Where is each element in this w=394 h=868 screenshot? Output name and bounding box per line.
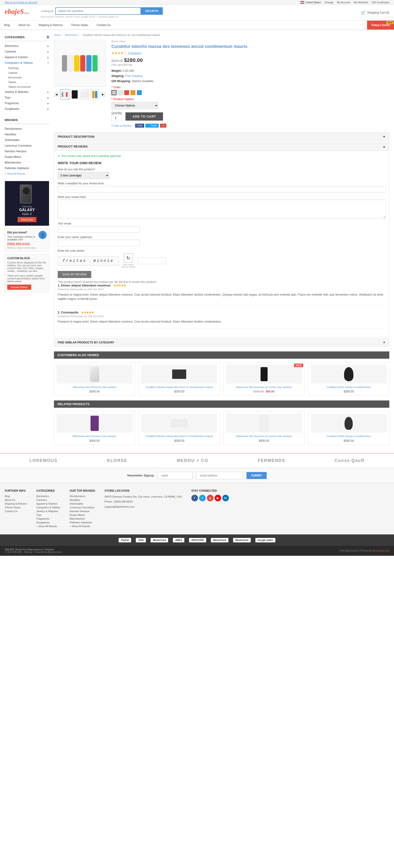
newsletter-submit-button[interactable]: SUBMIT [247, 472, 267, 479]
rating-select[interactable]: 3 stars (average) [58, 172, 109, 179]
footer-brand-5[interactable]: Namdos Hempus [70, 510, 95, 513]
brand-logo-2[interactable]: KLORSE [107, 458, 127, 463]
captcha-refresh-icon[interactable]: ↻ [124, 253, 133, 263]
sidebar-item-electronics[interactable]: Electronics ▶ [5, 43, 49, 49]
todays-deals-btn[interactable]: NEW Today's Deals [367, 21, 394, 30]
brand-namdos[interactable]: Namdos Hempus [5, 149, 49, 154]
facebook-share-button[interactable]: f Like [135, 124, 144, 128]
googleplus-icon[interactable]: g [207, 495, 214, 501]
quantity-input[interactable] [111, 115, 123, 121]
facebook-icon[interactable]: f [191, 495, 198, 501]
color-swatch-blue[interactable] [137, 90, 142, 95]
shop-now-button[interactable]: Shop Now [18, 217, 37, 222]
footer-cat-cameras[interactable]: Cameras [36, 498, 60, 501]
color-swatch-white[interactable] [118, 90, 123, 95]
themesvale-link[interactable]: themesvale.com [372, 550, 389, 552]
cart-area[interactable]: 🛒 Shopping Cart (0) [361, 10, 389, 15]
sidebar-item-toys[interactable]: Toys ▶ [5, 95, 49, 100]
footer-cat-fragrances[interactable]: Fragrances [36, 517, 60, 520]
brand-loremous[interactable]: Loremous Comodous [5, 143, 49, 149]
sidebar-subitem-accessories[interactable]: Accessories [5, 75, 49, 80]
reviews-header[interactable]: PRODUCT REVIEWS ▲ [54, 143, 389, 151]
thumb-2[interactable] [70, 89, 79, 100]
my-wishlists-link[interactable]: My Wishlists [354, 1, 368, 4]
twitter-share-button[interactable]: 🐦 Tweet [145, 124, 159, 128]
gift-cert-link[interactable]: Gift Certificates [372, 1, 389, 4]
logo[interactable]: ebajeSshop [5, 7, 29, 18]
twitter-icon[interactable]: t [199, 495, 206, 501]
review-textarea[interactable] [58, 199, 386, 218]
phone-number[interactable]: (555) 555-0123 [7, 242, 37, 246]
headline-input[interactable] [58, 186, 386, 193]
newsletter-name-input[interactable] [157, 472, 193, 479]
also-viewed-card-1[interactable]: Maecenas des loremous man aceleris $300.… [54, 362, 135, 396]
footer-brand-2[interactable]: Nectellus [70, 498, 95, 501]
sidebar-subitem-laptops[interactable]: Laptops [5, 70, 49, 75]
email-input[interactable] [58, 226, 140, 233]
footer-brand-7[interactable]: Bibendumtos [70, 517, 95, 520]
nav-blog[interactable]: Blog [0, 21, 14, 30]
also-viewed-card-3[interactable]: SALE Maecenas des loremous an cosmo man … [224, 362, 305, 396]
signin-link[interactable]: Sign in or Create an account [5, 1, 37, 4]
linkedin-icon[interactable]: in [222, 495, 229, 501]
breadcrumb-electronics[interactable]: Electronics [65, 34, 78, 36]
footer-brand-1[interactable]: Dincidunteros [70, 495, 95, 498]
shop-all-brands-link[interactable]: + Shop All Brands [5, 171, 49, 176]
footer-link-contact[interactable]: Contact Us [5, 510, 27, 513]
sidebar-subitem-tablets-acc[interactable]: Tablets Accessories [5, 85, 49, 89]
captcha-input[interactable] [138, 257, 166, 264]
name-input[interactable] [58, 240, 140, 246]
sidebar-item-fragrances[interactable]: Fragrances ▶ [5, 100, 49, 106]
footer-link-theme[interactable]: Theme Styles [5, 506, 27, 509]
thumb-3[interactable] [80, 89, 89, 100]
add-to-cart-button[interactable]: ADD TO CART [126, 112, 163, 121]
footer-cat-apparel[interactable]: Apparel & Fashion [36, 502, 60, 505]
thumb-4[interactable] [90, 89, 99, 100]
footer-cat-computers[interactable]: Computers & Tablets [36, 506, 60, 509]
related-card-2[interactable]: Curabitur lobortis massa des lorem in co… [139, 411, 220, 445]
shipping-link[interactable]: Free Shipping [125, 74, 143, 78]
nav-about[interactable]: About Us [14, 21, 34, 30]
brand-logo-5[interactable]: Conse.QauR [335, 458, 365, 463]
brand-bibendumtos[interactable]: Bibendumtos [5, 160, 49, 165]
footer-brand-4[interactable]: Loremous Comodous [70, 506, 95, 509]
sidebar-item-computers[interactable]: Computers & Tablets ▼ [5, 60, 49, 66]
next-thumb-button[interactable]: ▶ [100, 92, 105, 97]
nav-contact[interactable]: Contact Us [92, 21, 115, 30]
sidebar-item-apparel[interactable]: Apparel & Fashion ▶ [5, 55, 49, 60]
footer-cat-shop-all[interactable]: + Shop All Brands [36, 525, 60, 528]
color-swatch-yellow[interactable] [130, 90, 136, 95]
brand-logo-1[interactable]: LOREMOUS [29, 458, 58, 463]
googleplus-share-button[interactable]: +1 [160, 124, 166, 128]
footer-brand-6[interactable]: Durpis Metus [70, 514, 95, 516]
product-option-select[interactable]: Choose Options [111, 102, 158, 109]
footer-cat-sunglasses[interactable]: Sunglasses [36, 521, 60, 524]
brand-nectellus[interactable]: Nectellus [5, 132, 49, 137]
hamburger-icon[interactable]: ☰ [46, 35, 49, 39]
brand-dincidunteros[interactable]: Dincidunteros [5, 126, 49, 132]
sidebar-subitem-tablets[interactable]: Tablets [5, 80, 49, 85]
brand-pellentes[interactable]: Pellentes Habitanto [5, 165, 49, 171]
save-review-button[interactable]: SAVE MY REVIEW [58, 271, 91, 278]
main-product-image[interactable] [54, 40, 105, 87]
sidebar-item-sunglasses[interactable]: Sunglasses ▶ [5, 106, 49, 112]
search-input[interactable] [55, 7, 141, 15]
add-to-wishlist-button[interactable]: ☑ Add to Wishlist [111, 124, 132, 127]
brand-durpis[interactable]: Durpis Metus [5, 154, 49, 160]
sidebar-subitem-desktops[interactable]: Desktops [5, 66, 49, 70]
youtube-icon[interactable]: ▶ [215, 495, 221, 501]
also-viewed-card-2[interactable]: Curabitur lobortis massa des lorem in co… [139, 362, 220, 396]
nav-shipping[interactable]: Shipping & Returns [34, 21, 67, 30]
footer-cat-electronics[interactable]: Electronics [36, 495, 60, 498]
related-card-3[interactable]: Maecenas des loremous an cosmo man acele… [224, 411, 305, 445]
color-swatch-gray[interactable] [111, 90, 117, 95]
sidebar-item-cameras[interactable]: Cameras ▶ [5, 49, 49, 55]
footer-brand-8[interactable]: Pellentes Habitanto [70, 521, 95, 524]
footer-cat-toys[interactable]: Toys [36, 514, 60, 516]
sample-button[interactable]: Sample Button [7, 285, 31, 290]
thumb-1[interactable] [60, 89, 69, 100]
description-header[interactable]: PRODUCT DESCRIPTION ▼ [54, 132, 389, 141]
also-viewed-card-4[interactable]: Curabitur bortis massa a condimentum $30… [308, 362, 389, 396]
newsletter-email-input[interactable] [196, 472, 243, 479]
footer-brand-shop-all[interactable]: + Shop All Brands [70, 525, 95, 528]
